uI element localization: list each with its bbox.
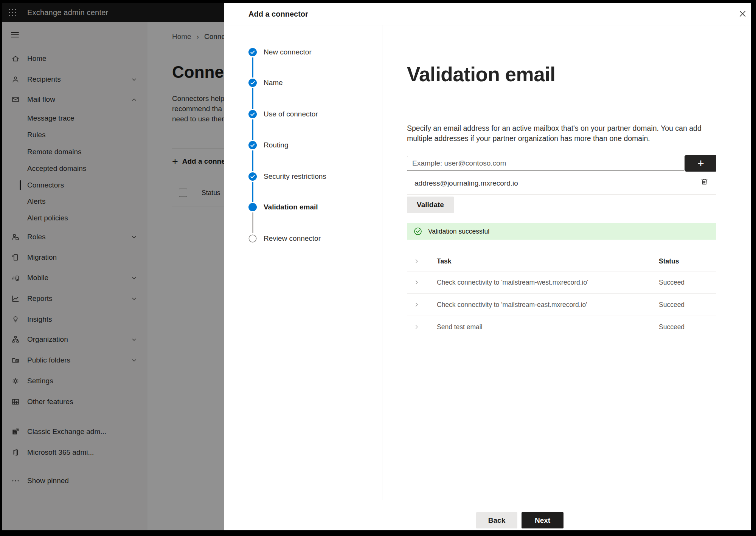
screen: Exchange admin center HomeRecipientsMail… [2, 3, 751, 530]
step-connector-line [252, 150, 253, 171]
back-button[interactable]: Back [476, 512, 517, 528]
validation-success-banner: Validation successful [407, 223, 716, 240]
step-complete-icon[interactable] [248, 141, 257, 149]
step-label-name[interactable]: Name [264, 78, 283, 87]
step-complete-icon[interactable] [248, 48, 257, 56]
step-page-title: Validation email [407, 63, 556, 86]
next-button[interactable]: Next [522, 512, 564, 528]
close-icon[interactable] [737, 8, 748, 19]
step-label-routing[interactable]: Routing [264, 141, 289, 150]
step-connector-line [252, 57, 253, 77]
step-description: Specify an email address for an active m… [407, 123, 711, 144]
step-label-security-restrictions[interactable]: Security restrictions [264, 172, 326, 181]
divider [382, 25, 382, 500]
validate-button[interactable]: Validate [407, 197, 454, 213]
status-cell: Succeed [659, 323, 685, 331]
divider [407, 194, 716, 195]
added-address: address@journaling.mxrecord.io [414, 179, 518, 187]
email-address-input[interactable] [407, 156, 685, 171]
banner-text: Validation successful [428, 228, 489, 235]
task-table-row: Send test email Succeed [407, 316, 716, 338]
step-connector-line [252, 182, 253, 202]
divider [224, 500, 751, 500]
task-table: Task Status Check connectivity to 'mails… [407, 251, 716, 338]
divider [224, 25, 751, 25]
step-label-validation-email[interactable]: Validation email [264, 203, 318, 212]
add-connector-dialog: Add a connector New connectorNameUse of … [224, 3, 751, 530]
status-cell: Succeed [659, 301, 685, 309]
step-upcoming-icon[interactable] [248, 234, 257, 243]
step-label-new-connector[interactable]: New connector [264, 48, 312, 57]
step-current-icon[interactable] [248, 203, 257, 211]
step-complete-icon[interactable] [248, 79, 257, 87]
task-table-header-row: Task Status [407, 251, 716, 271]
task-table-row: Check connectivity to 'mailstream-west.m… [407, 271, 716, 294]
step-complete-icon[interactable] [248, 172, 257, 181]
step-complete-icon[interactable] [248, 110, 257, 118]
step-connector-line [252, 212, 253, 233]
step-connector-line [252, 119, 253, 140]
task-cell: Check connectivity to 'mailstream-east.m… [437, 301, 587, 309]
task-cell: Check connectivity to 'mailstream-west.m… [437, 279, 588, 287]
status-cell: Succeed [659, 279, 685, 287]
task-cell: Send test email [437, 323, 483, 331]
chevron-right-icon[interactable] [414, 258, 420, 264]
task-cell: Task [437, 257, 452, 265]
step-label-review-connector[interactable]: Review connector [264, 234, 321, 243]
status-cell: Status [659, 257, 679, 265]
step-label-use-of-connector[interactable]: Use of connector [264, 110, 318, 119]
check-circle-icon [414, 227, 422, 235]
add-address-button[interactable]: + [685, 155, 716, 172]
dialog-title: Add a connector [248, 3, 308, 25]
chevron-right-icon[interactable] [414, 302, 420, 308]
chevron-right-icon[interactable] [414, 279, 420, 285]
task-table-row: Check connectivity to 'mailstream-east.m… [407, 294, 716, 316]
step-connector-line [252, 88, 253, 109]
chevron-right-icon[interactable] [414, 324, 420, 330]
trash-icon[interactable] [699, 176, 709, 187]
